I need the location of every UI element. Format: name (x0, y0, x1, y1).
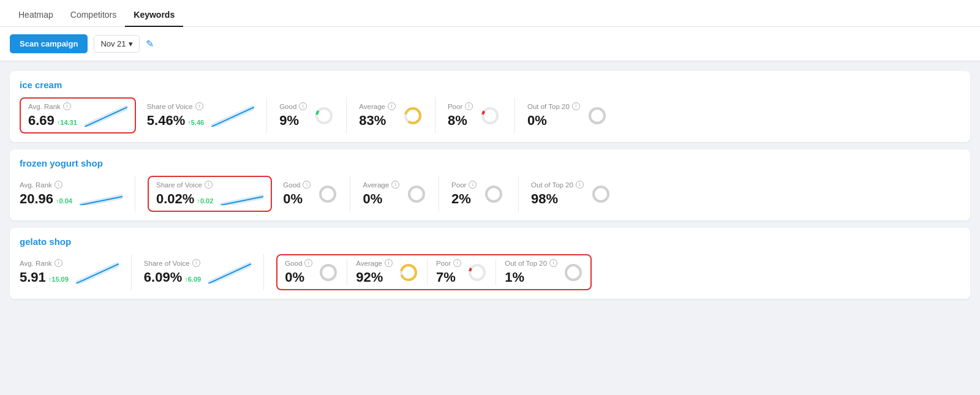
good-info-icon-gelato[interactable]: i (304, 259, 312, 267)
date-dropdown[interactable]: Nov 21 ▾ (94, 35, 139, 53)
average-value-frozen: 0% (363, 191, 399, 207)
poor-value-gelato: 7% (436, 269, 461, 285)
average-left-gelato: Average i 92% (356, 259, 393, 285)
good-label-gelato: Good i (285, 259, 312, 267)
sov-info-icon-frozen[interactable]: i (205, 181, 213, 189)
poor-value: 8% (448, 113, 473, 129)
sov-left-frozen: Share of Voice i 0.02% 0.02 (156, 181, 213, 207)
svg-point-6 (483, 108, 497, 123)
avg-rank-cell-frozen: Avg. Rank i 20.96 0.04 (20, 176, 135, 212)
average-label: Average i (359, 102, 396, 110)
avg-rank-info-icon-frozen[interactable]: i (55, 181, 62, 189)
average-donut (403, 106, 423, 126)
average-info-icon[interactable]: i (388, 102, 396, 110)
poor-donut-gelato (467, 263, 487, 282)
out-top20-label: Out of Top 20 i (527, 102, 580, 110)
poor-donut-frozen (484, 184, 503, 204)
sov-label: Share of Voice i (147, 102, 204, 110)
out-top20-info-icon[interactable]: i (572, 102, 580, 110)
keyword-title-frozen-yogurt: frozen yogurt shop (20, 158, 960, 168)
average-left: Average i 83% (359, 102, 396, 129)
metrics-row-frozen-yogurt: Avg. Rank i 20.96 0.04 (20, 176, 960, 212)
keyword-card-gelato: gelato shop Avg. Rank i 5.91 15.09 (10, 228, 970, 299)
tab-keywords[interactable]: Keywords (125, 2, 183, 27)
average-donut-gelato (399, 263, 418, 282)
edit-icon[interactable]: ✎ (146, 38, 154, 50)
out-top20-label-frozen: Out of Top 20 i (531, 181, 584, 189)
sov-value-frozen: 0.02% 0.02 (156, 191, 213, 207)
avg-rank-delta: 14.31 (57, 119, 77, 126)
average-cell-frozen: Average i 0% (363, 176, 439, 212)
average-value: 83% (359, 113, 396, 129)
scan-campaign-button[interactable]: Scan campaign (10, 34, 88, 53)
sov-value: 5.46% 5.46 (147, 113, 204, 129)
avg-rank-info-icon-gelato[interactable]: i (55, 259, 62, 267)
poor-label: Poor i (448, 102, 473, 110)
average-donut-frozen (407, 184, 426, 204)
good-label: Good i (279, 102, 307, 110)
good-info-icon[interactable]: i (299, 102, 307, 110)
average-label-gelato: Average i (356, 259, 393, 267)
svg-point-13 (486, 187, 501, 201)
avg-rank-delta-gelato: 15.09 (48, 276, 69, 283)
avg-rank-label: Avg. Rank i (28, 102, 77, 110)
tab-competitors[interactable]: Competitors (62, 2, 125, 27)
toolbar: Scan campaign Nov 21 ▾ ✎ (0, 27, 980, 61)
average-left-frozen: Average i 0% (363, 181, 399, 207)
group-highlighted-gelato: Good i 0% (276, 254, 592, 290)
out-top20-label-gelato: Out of Top 20 i (505, 259, 557, 267)
sov-info-icon-gelato[interactable]: i (192, 259, 200, 267)
sov-info-icon[interactable]: i (195, 102, 203, 110)
sov-highlighted-frozen: Share of Voice i 0.02% 0.02 (148, 176, 272, 212)
avg-rank-left-frozen: Avg. Rank i 20.96 0.04 (20, 181, 72, 207)
svg-point-14 (594, 187, 608, 201)
sov-value-gelato: 6.09% 6.09 (144, 269, 201, 285)
avg-rank-sparkline (85, 105, 127, 127)
avg-rank-highlighted: Avg. Rank i 6.69 14.31 (20, 97, 136, 134)
poor-info-icon[interactable]: i (465, 102, 473, 110)
good-left-frozen: Good i 0% (283, 181, 311, 207)
avg-rank-label-gelato: Avg. Rank i (20, 259, 69, 267)
out-top20-left-gelato: Out of Top 20 i 1% (505, 259, 557, 285)
out-top20-value: 0% (527, 113, 580, 129)
good-left: Good i 9% (279, 102, 307, 129)
poor-cell-gelato: Poor i 7% (436, 259, 496, 285)
good-donut-gelato (318, 263, 338, 282)
average-label-frozen: Average i (363, 181, 399, 189)
sov-cell-ice-cream: Share of Voice i 5.46% 5.46 (147, 97, 267, 134)
svg-point-20 (470, 265, 484, 280)
good-cell-frozen: Good i 0% (283, 176, 350, 212)
metrics-row-gelato: Avg. Rank i 5.91 15.09 (20, 254, 960, 290)
good-info-icon-frozen[interactable]: i (303, 181, 311, 189)
svg-point-19 (401, 265, 416, 280)
poor-info-icon-frozen[interactable]: i (469, 181, 477, 189)
avg-rank-value-gelato: 5.91 15.09 (20, 269, 69, 285)
average-info-icon-frozen[interactable]: i (391, 181, 399, 189)
average-cell-ice-cream: Average i 83% (359, 97, 435, 134)
poor-left-gelato: Poor i 7% (436, 259, 461, 285)
keyword-card-frozen-yogurt: frozen yogurt shop Avg. Rank i 20.96 0.0… (10, 149, 970, 220)
sov-label-gelato: Share of Voice i (144, 259, 201, 267)
good-cell-gelato: Good i 0% (282, 259, 347, 285)
keyword-title-gelato: gelato shop (20, 236, 960, 247)
avg-rank-left-gelato: Avg. Rank i 5.91 15.09 (20, 259, 69, 285)
out-top20-info-icon-frozen[interactable]: i (576, 181, 584, 189)
svg-point-22 (566, 265, 581, 280)
sov-delta-gelato: 6.09 (184, 276, 201, 283)
good-left-gelato: Good i 0% (285, 259, 312, 285)
poor-cell-ice-cream: Poor i 8% (448, 97, 515, 134)
sov-label-frozen: Share of Voice i (156, 181, 213, 189)
poor-value-frozen: 2% (451, 191, 477, 207)
good-cell-ice-cream: Good i 9% (279, 97, 347, 134)
svg-point-11 (320, 187, 335, 201)
avg-rank-info-icon[interactable]: i (63, 102, 71, 110)
poor-left: Poor i 8% (448, 102, 473, 129)
poor-info-icon-gelato[interactable]: i (453, 259, 461, 267)
average-info-icon-gelato[interactable]: i (385, 259, 393, 267)
poor-cell-frozen: Poor i 2% (451, 176, 519, 212)
tab-heatmap[interactable]: Heatmap (10, 2, 62, 27)
poor-donut (480, 106, 500, 126)
tabs-bar: Heatmap Competitors Keywords (0, 0, 980, 27)
out-top20-info-icon-gelato[interactable]: i (549, 259, 557, 267)
svg-point-12 (409, 187, 424, 201)
